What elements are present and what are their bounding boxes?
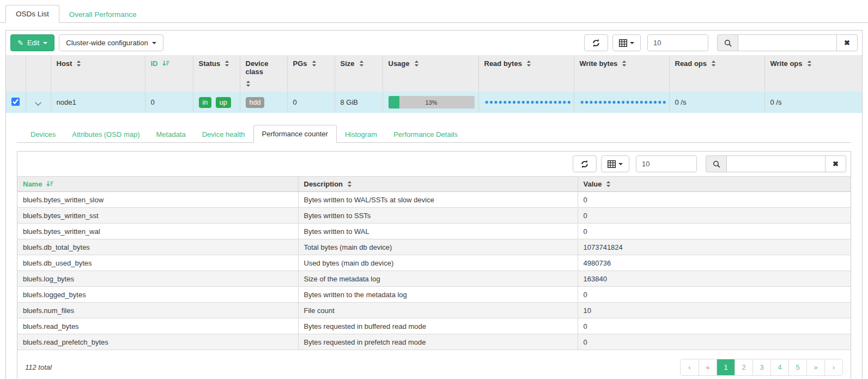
counter-row[interactable]: bluefs.bytes_written_sst Bytes written t… xyxy=(17,208,851,224)
tab-histogram[interactable]: Histogram xyxy=(337,126,385,143)
counter-row[interactable]: bluefs.db_total_bytes Total bytes (main … xyxy=(17,239,851,255)
sort-icon xyxy=(414,60,419,67)
pagination-page-3[interactable]: 3 xyxy=(752,359,770,375)
pagination-last[interactable]: » xyxy=(806,359,824,375)
counter-value: 4980736 xyxy=(578,255,851,271)
counter-description: Bytes written to WAL xyxy=(298,224,578,239)
columns-button[interactable] xyxy=(612,34,641,51)
pagination-first[interactable]: « xyxy=(699,359,717,375)
counter-description: Bytes requested in prefetch read mode xyxy=(298,334,578,350)
col-size-label: Size xyxy=(341,59,355,68)
counter-page-size-input[interactable] xyxy=(636,155,697,172)
tab-osds-list[interactable]: OSDs List xyxy=(5,5,59,23)
pagination-page-2[interactable]: 2 xyxy=(735,359,752,375)
osd-row-node1[interactable]: node1 0 in up hdd 0 8 GiB 13% xyxy=(6,92,862,113)
pagination-next[interactable]: › xyxy=(824,359,842,375)
counter-columns-button[interactable] xyxy=(601,155,629,172)
cluster-wide-config-dropdown[interactable]: Cluster-wide configuration xyxy=(59,34,163,51)
pencil-icon: ✎ xyxy=(17,39,23,47)
tab-overall-performance[interactable]: Overall Performance xyxy=(59,6,147,23)
counter-search-clear-button[interactable]: ✖ xyxy=(825,155,846,172)
search-input[interactable] xyxy=(738,34,837,51)
pagination-page-5[interactable]: 5 xyxy=(788,359,806,375)
tab-devices[interactable]: Devices xyxy=(22,126,64,143)
col-write-ops[interactable]: Write ops xyxy=(764,55,862,92)
counter-row[interactable]: bluefs.read_prefetch_bytes Bytes request… xyxy=(17,334,851,350)
counter-row[interactable]: bluefs.logged_bytes Bytes written to the… xyxy=(17,287,851,303)
usage-percent-label: 13% xyxy=(389,96,475,109)
col-host[interactable]: Host xyxy=(51,55,145,92)
device-class-badge: hdd xyxy=(246,97,265,108)
caret-down-icon xyxy=(630,42,634,44)
col-usage[interactable]: Usage xyxy=(383,55,478,92)
counter-refresh-button[interactable] xyxy=(573,155,597,172)
counter-description: Bytes written to the metadata log xyxy=(298,287,578,303)
col-id-label: ID xyxy=(151,59,158,68)
col-value[interactable]: Value xyxy=(578,177,851,192)
pagination-page-4[interactable]: 4 xyxy=(770,359,788,375)
counter-row[interactable]: bluefs.read_bytes Bytes requested in buf… xyxy=(17,318,851,334)
edit-button[interactable]: ✎ Edit xyxy=(10,34,54,51)
cell-usage: 13% xyxy=(383,92,478,113)
col-id[interactable]: ID xyxy=(145,55,193,92)
counter-name: bluefs.logged_bytes xyxy=(17,287,298,303)
tab-attributes-osd-map[interactable]: Attributes (OSD map) xyxy=(64,126,148,143)
col-status[interactable]: Status xyxy=(193,55,240,92)
tab-metadata[interactable]: Metadata xyxy=(148,126,194,143)
col-read-ops[interactable]: Read ops xyxy=(669,55,764,92)
cell-size: 8 GiB xyxy=(335,92,383,113)
sort-icon xyxy=(312,60,317,67)
usage-progress-bar: 13% xyxy=(389,96,475,109)
col-value-label: Value xyxy=(584,180,602,188)
page-size-input[interactable] xyxy=(647,34,708,51)
pagination-prev[interactable]: ‹ xyxy=(681,359,699,375)
col-write-bytes[interactable]: Write bytes xyxy=(574,55,669,92)
col-pgs[interactable]: PGs xyxy=(287,55,335,92)
counter-row[interactable]: bluefs.bytes_written_wal Bytes written t… xyxy=(17,224,851,239)
osd-detail-panel: Devices Attributes (OSD map) Metadata De… xyxy=(6,113,862,379)
sort-icon xyxy=(606,181,611,188)
col-status-label: Status xyxy=(199,59,221,68)
select-all-header xyxy=(6,55,26,92)
counter-value: 163840 xyxy=(578,271,851,287)
sort-icon xyxy=(711,60,716,67)
counter-search-input[interactable] xyxy=(726,155,825,172)
col-usage-label: Usage xyxy=(389,59,410,68)
cell-write-bytes xyxy=(574,92,669,113)
counter-name: bluefs.bytes_written_wal xyxy=(17,224,298,239)
tab-performance-counter[interactable]: Performance counter xyxy=(253,125,337,143)
tab-device-health[interactable]: Device health xyxy=(194,126,253,143)
counter-description: Total bytes (main db device) xyxy=(298,239,578,255)
tab-performance-details[interactable]: Performance Details xyxy=(385,126,466,143)
write-bytes-sparkline xyxy=(580,100,666,104)
cell-pgs: 0 xyxy=(287,92,335,113)
counter-row[interactable]: bluefs.db_used_bytes Used bytes (main db… xyxy=(17,255,851,271)
search-clear-button[interactable]: ✖ xyxy=(837,34,858,51)
counter-header-row: Name Description Value xyxy=(17,177,851,192)
pagination-page-1[interactable]: 1 xyxy=(717,359,735,375)
col-description[interactable]: Description xyxy=(298,177,578,192)
col-device-class[interactable]: Device class xyxy=(240,55,287,92)
row-checkbox[interactable] xyxy=(11,98,20,106)
search-icon xyxy=(713,160,720,168)
refresh-button[interactable] xyxy=(584,34,608,51)
table-columns-icon xyxy=(608,160,616,168)
performance-counter-card: ✖ Name Description Value xyxy=(17,151,851,379)
cell-status: in up xyxy=(193,92,240,113)
counter-name: bluefs.bytes_written_slow xyxy=(17,192,298,208)
col-read-bytes[interactable]: Read bytes xyxy=(478,55,574,92)
col-size[interactable]: Size xyxy=(335,55,383,92)
counter-description: Used bytes (main db device) xyxy=(298,255,578,271)
search-group: ✖ xyxy=(717,34,858,51)
counter-name: bluefs.bytes_written_sst xyxy=(17,208,298,224)
osd-toolbar: ✎ Edit Cluster-wide configuration xyxy=(6,31,862,55)
refresh-icon xyxy=(592,39,600,47)
counter-row[interactable]: bluefs.bytes_written_slow Bytes written … xyxy=(17,192,851,208)
counter-row[interactable]: bluefs.num_files File count 10 xyxy=(17,303,851,318)
page-tabs: OSDs List Overall Performance xyxy=(0,0,868,23)
edit-button-label: Edit xyxy=(27,39,39,47)
col-name[interactable]: Name xyxy=(17,177,298,192)
row-expand-chevron-icon[interactable] xyxy=(35,99,41,105)
osd-table-header-row: Host ID Status Device class PGs Size xyxy=(6,55,862,92)
counter-row[interactable]: bluefs.log_bytes Size of the metadata lo… xyxy=(17,271,851,287)
